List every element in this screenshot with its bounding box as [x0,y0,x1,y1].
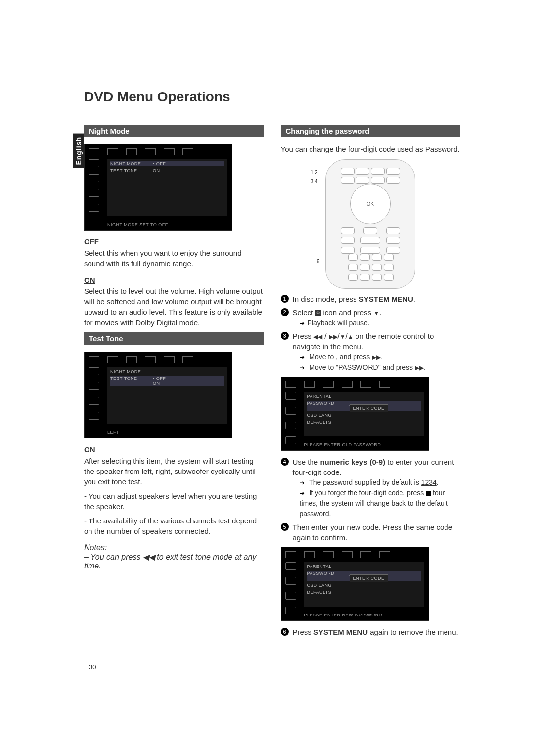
osd-night-mode: NIGHT MODE• OFF TEST TONEON NIGHT MODE S… [84,144,232,231]
step1: In disc mode, press SYSTEM MENU. [293,295,415,303]
page-title: DVD Menu Operations [84,89,460,105]
ok-button-icon: OK [350,184,391,224]
page-number: 30 [89,663,96,671]
stop-icon [426,491,431,496]
remote-illustration: OK 1 2 3 4 6 [325,159,415,289]
night-mode-off-text: Select this when you want to enjoy the s… [84,248,264,269]
steps-list: 1 In disc mode, press SYSTEM MENU. 2 Sel… [281,294,460,373]
left-column: Night Mode NIGHT MODE• OFF TEST TONEON N… [84,120,264,641]
down-icon [373,308,379,317]
step4-sub2: If you forget the four-digit code, press… [293,488,460,519]
forward-icon [372,353,381,361]
up-icon [348,332,354,340]
notes-section: Notes: – You can press ◀◀ to exit test t… [84,543,264,570]
rewind-icon [313,332,322,340]
step2: Select ⚙ icon and press . [293,308,382,317]
test-tone-on-heading: ON [84,445,264,454]
callout-3-4: 3 4 [311,179,318,184]
step5: Then enter your new code. Press the same… [293,523,453,542]
test-tone-on-text3: - The availability of the various channe… [84,516,264,536]
right-column: Changing the password You can change the… [281,120,460,641]
osd-password-new: PARENTAL PASSWORD_ _ _ _ENTER CODE OSD L… [281,547,429,621]
setup-icon: ⚙ [315,310,321,316]
callout-6: 6 [317,259,320,264]
step6: Press SYSTEM MENU again to remove the me… [293,628,458,636]
osd-test-tone: NIGHT MODE TEST TONE• OFFON LEFT [84,352,232,438]
night-mode-on-heading: ON [84,276,264,284]
callout-1-2: 1 2 [311,170,318,175]
test-tone-on-text2: - You can adjust speakers level when you… [84,491,264,512]
section-changing-password: Changing the password [281,125,460,137]
forward-icon [415,363,424,371]
step3-sub2: Move to "PASSWORD" and press . [293,362,460,373]
section-night-mode: Night Mode [84,125,264,137]
step4: Use the numeric keys (0-9) to enter your… [293,458,454,476]
night-mode-on-text: Select this to level out the volume. Hig… [84,286,264,328]
step3-sub1: Move to , and press . [293,352,460,362]
steps-list-2: 4 Use the numeric keys (0-9) to enter yo… [281,457,460,543]
night-mode-off-heading: OFF [84,237,264,246]
section-test-tone: Test Tone [84,332,264,345]
osd-password-old: PARENTAL PASSWORD_ _ _ _ENTER CODE OSD L… [281,377,429,451]
down-icon [340,332,346,340]
steps-list-3: 6 Press SYSTEM MENU again to remove the … [281,627,460,637]
password-intro: You can change the four-digit code used … [281,144,460,154]
forward-icon [329,332,338,340]
step4-sub1: The password supplied by default is 1234… [293,477,460,488]
step2-sub: Playback will pause. [293,318,460,328]
step3: Press / // on the remote control to navi… [293,332,434,351]
test-tone-on-text1: After selecting this item, the system wi… [84,456,264,487]
